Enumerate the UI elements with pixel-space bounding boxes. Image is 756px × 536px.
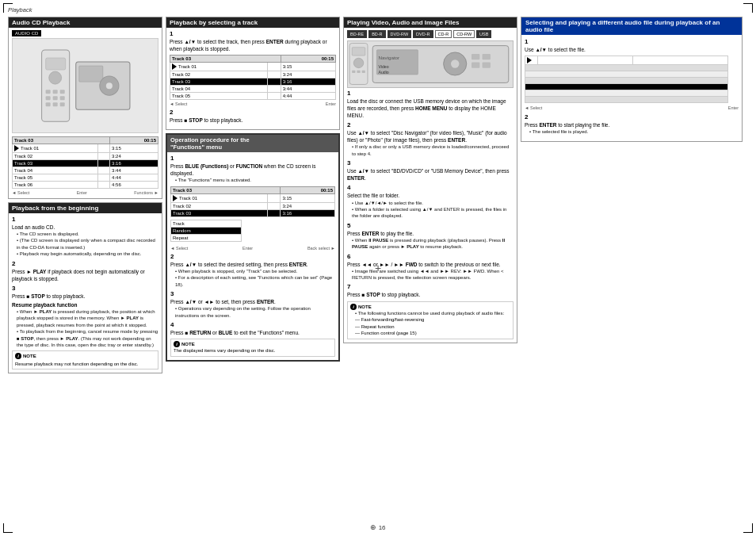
playback-beginning-title: Playback from the beginning <box>9 203 162 213</box>
column-2: Playback by selecting a track 1 Press ▲/… <box>166 17 340 516</box>
audio-cd-title: Audio CD Playback <box>9 17 162 28</box>
corner-mark-br <box>743 523 753 533</box>
svg-text:Audio: Audio <box>378 70 388 75</box>
svg-rect-7 <box>52 96 57 100</box>
svg-text:Navigator: Navigator <box>378 55 399 60</box>
audio-cd-badge: AUDIO CD <box>12 30 41 36</box>
corner-mark-tr <box>743 3 753 13</box>
svg-rect-17 <box>352 48 365 56</box>
svg-point-2 <box>48 71 61 84</box>
resume-title: Resume playback function <box>12 302 158 308</box>
device-illustration-2: Navigator Video Audio <box>347 40 514 88</box>
settings-table: Track Random Repeat <box>170 220 242 242</box>
op-procedure-section: Operation procedure for the"Functions" m… <box>166 133 340 362</box>
svg-rect-21 <box>362 71 365 73</box>
step2-num: 2 <box>12 260 158 267</box>
playback-selecting-title: Playback by selecting a track <box>166 17 339 28</box>
svg-rect-8 <box>59 96 64 100</box>
svg-rect-31 <box>472 62 479 67</box>
track-table-2: Track 03 00:15 Track 013:15 Track 023:24… <box>170 55 336 100</box>
selecting-audio-title: Selecting and playing a different audio … <box>521 17 742 35</box>
svg-rect-19 <box>352 71 355 73</box>
svg-rect-20 <box>357 71 360 73</box>
playback-selecting-section: Playback by selecting a track 1 Press ▲/… <box>166 17 340 130</box>
svg-rect-5 <box>59 90 64 94</box>
main-grid: Audio CD Playback AUDIO CD <box>8 17 748 516</box>
functions-table: Track 03 00:15 Track 013:15 Track 023:24… <box>170 186 335 217</box>
audio-cd-section: Audio CD Playback AUDIO CD <box>8 17 162 199</box>
svg-rect-1 <box>45 58 65 70</box>
op-title: Operation procedure for the"Functions" m… <box>167 135 338 152</box>
note-box-files: i NOTE The following functions cannot be… <box>347 301 514 339</box>
svg-rect-11 <box>59 102 64 106</box>
selecting-audio-section: Selecting and playing a different audio … <box>521 17 743 142</box>
corner-mark-tl <box>3 3 13 13</box>
table2-footer: ◄ SelectEnter <box>170 101 336 106</box>
step1-text: Load an audio CD. The CD screen is displ… <box>12 224 158 258</box>
audio-file-table <box>525 56 728 103</box>
svg-rect-10 <box>52 102 57 106</box>
column-1: Audio CD Playback AUDIO CD <box>8 17 162 516</box>
table-footer-1: ◄ SelectEnterFunctions ► <box>12 190 158 195</box>
column-3: Playing Video, Audio and Image Files BD-… <box>343 17 517 516</box>
column-4: Selecting and playing a different audio … <box>521 17 743 516</box>
svg-point-15 <box>106 82 113 89</box>
svg-rect-6 <box>45 96 50 100</box>
svg-point-18 <box>353 58 363 67</box>
track-table-1: Track 03 00:15 Track 013:15 Track 023:24… <box>12 136 158 189</box>
playing-files-section: Playing Video, Audio and Image Files BD-… <box>343 17 517 343</box>
step3-text: Press ■ STOP to stop playback. <box>12 293 158 300</box>
page-number: ⊕ 16 <box>370 523 385 531</box>
svg-rect-9 <box>45 102 50 106</box>
svg-rect-30 <box>483 54 491 59</box>
step2-text: Press ► PLAY if playback does not begin … <box>12 268 158 282</box>
note-box-op: i NOTE The displayed items vary dependin… <box>170 339 335 357</box>
step3-num: 3 <box>12 285 158 292</box>
playing-files-title: Playing Video, Audio and Image Files <box>344 17 517 28</box>
step1-num: 1 <box>12 216 158 223</box>
svg-text:Video: Video <box>378 64 388 69</box>
top-label: Playback <box>8 6 748 13</box>
note-box-1: i NOTE Resume playback may not function … <box>12 350 158 369</box>
svg-rect-13 <box>78 66 102 82</box>
svg-point-28 <box>451 59 459 67</box>
svg-rect-4 <box>52 90 57 94</box>
page: Playback Audio CD Playback AUDIO CD <box>0 0 756 536</box>
disc-badges: BD-RE BD-R DVD-RW DVD-R CD-R CD-RW USB <box>347 30 514 38</box>
svg-rect-29 <box>472 54 479 59</box>
table3-footer: ◄ SelectEnterBack select ► <box>170 246 335 251</box>
audio-table-footer: ◄ SelectEnter <box>525 105 739 110</box>
svg-rect-32 <box>483 62 491 67</box>
svg-rect-3 <box>45 90 50 94</box>
corner-mark-bl <box>3 523 13 533</box>
playback-beginning-section: Playback from the beginning 1 Load an au… <box>8 202 162 373</box>
device-illustration <box>12 38 158 133</box>
